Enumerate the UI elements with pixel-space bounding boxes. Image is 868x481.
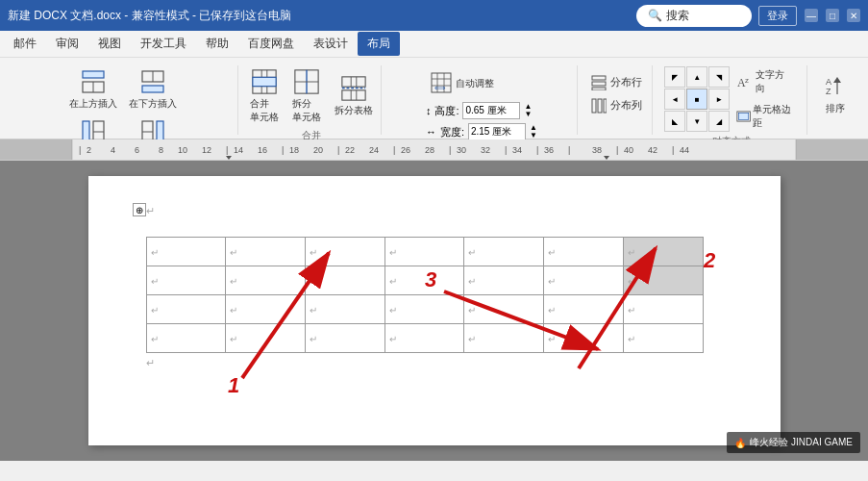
svg-text:2: 2	[703, 248, 716, 272]
table-cell[interactable]: ↵	[464, 324, 544, 353]
table-cell[interactable]: ↵	[146, 238, 226, 266]
document-title: 新建 DOCX 文档.docx - 兼容性模式 - 已保存到这台电脑	[8, 8, 636, 24]
cell-margin-icon	[736, 108, 751, 125]
table-cell[interactable]: ↵	[464, 295, 544, 324]
svg-rect-37	[592, 99, 596, 113]
align-middle-right[interactable]: ►	[708, 89, 730, 110]
split-table-button[interactable]: 拆分表格	[330, 72, 378, 120]
search-box[interactable]: 🔍 搜索	[636, 5, 752, 27]
menu-baidu[interactable]: 百度网盘	[238, 32, 304, 56]
svg-text:|: |	[449, 145, 451, 155]
text-direction-button[interactable]: A z 文字方向	[732, 65, 799, 98]
align-top-right[interactable]: ◥	[708, 66, 730, 88]
menu-layout[interactable]: 布局	[358, 32, 400, 56]
distribute-row-button[interactable]: 分布行	[587, 73, 646, 92]
auto-adjust-button[interactable]: ⟺ 自动调整	[426, 69, 499, 98]
svg-rect-43	[739, 114, 749, 120]
height-icon: ↕	[426, 105, 432, 116]
merge-cells-button[interactable]: 合并单元格	[245, 65, 284, 127]
table-cell[interactable]: ↵	[464, 238, 544, 266]
svg-text:6: 6	[135, 145, 139, 155]
svg-rect-35	[592, 82, 606, 86]
table-cell[interactable]: ↵	[226, 295, 306, 324]
table-move-handle[interactable]: ⊕	[133, 203, 146, 216]
cell-margin-button[interactable]: 单元格边距	[732, 100, 799, 133]
table-cell[interactable]: ↵	[384, 324, 464, 353]
minimize-button[interactable]: —	[805, 9, 818, 22]
table-cell[interactable]: ↵	[226, 324, 306, 353]
table-cell[interactable]: ↵	[305, 266, 384, 295]
svg-rect-21	[342, 77, 365, 87]
width-input[interactable]	[468, 123, 526, 140]
document-container: ↵ ⊕ ↵ ↵ ↵ ↵ ↵ ↵ ↵ ↵ ↵ ↵ ↵ ↵ ↵ ↵	[0, 161, 868, 461]
table-cell[interactable]: ↵	[544, 295, 624, 324]
menu-help[interactable]: 帮助	[196, 32, 238, 56]
table-cell[interactable]: ↵	[146, 324, 226, 353]
align-bottom-right[interactable]: ◢	[708, 111, 730, 132]
menu-dev[interactable]: 开发工具	[131, 32, 196, 56]
menu-view[interactable]: 视图	[88, 32, 131, 56]
align-bottom-center[interactable]: ▼	[686, 111, 707, 132]
height-label: 高度:	[434, 104, 459, 118]
table-cell[interactable]: ↵	[146, 266, 226, 295]
insert-below-button[interactable]: 在下方插入	[124, 65, 182, 114]
menu-mail[interactable]: 邮件	[4, 32, 46, 56]
table-cell[interactable]: ↵	[146, 295, 226, 324]
sort-icon: A Z	[822, 73, 849, 100]
ribbon-group-distribute: 分布行 分布列	[582, 65, 653, 135]
svg-text:18: 18	[289, 145, 299, 155]
alignment-grid: ◤ ▲ ◥ ◄ ■ ► ◣ ▼ ◢	[664, 66, 730, 132]
table-cell[interactable]: ↵	[384, 295, 464, 324]
split-cells-button[interactable]: 拆分单元格	[287, 65, 326, 127]
distribute-col-button[interactable]: 分布列	[587, 96, 646, 115]
table-cell[interactable]: ↵	[544, 266, 624, 295]
svg-rect-17	[253, 77, 276, 86]
svg-text:36: 36	[544, 145, 554, 155]
svg-text:30: 30	[457, 145, 466, 155]
title-bar: 新建 DOCX 文档.docx - 兼容性模式 - 已保存到这台电脑 🔍 搜索 …	[0, 0, 868, 31]
align-bottom-left[interactable]: ◣	[664, 111, 685, 132]
svg-rect-39	[604, 99, 607, 113]
height-spinner[interactable]: ▲ ▼	[524, 103, 532, 118]
table-cell-shaded[interactable]: ↵	[623, 238, 703, 266]
width-spinner[interactable]: ▲ ▼	[530, 124, 537, 139]
table-cell[interactable]: ↵	[305, 238, 384, 266]
table-cell[interactable]: ↵	[384, 266, 464, 295]
table-cell-shaded[interactable]: ↵	[623, 266, 703, 295]
sort-group-label	[834, 122, 837, 135]
align-middle-left[interactable]: ◄	[664, 89, 685, 110]
align-center[interactable]: ■	[686, 89, 707, 110]
distribute-col-label: 分布列	[610, 98, 642, 113]
table-cell[interactable]: ↵	[226, 266, 306, 295]
ruler-content: | 2 4 6 8 10 12 | 14 16 | 18 20 | 22 24 …	[0, 139, 868, 160]
table-cell[interactable]: ↵	[464, 266, 544, 295]
table-cell[interactable]: ↵	[384, 238, 464, 266]
align-top-center[interactable]: ▲	[686, 66, 707, 88]
table-cell[interactable]: ↵	[544, 238, 624, 266]
align-top-left[interactable]: ◤	[664, 66, 685, 88]
close-button[interactable]: ✕	[847, 9, 860, 22]
height-input[interactable]	[462, 102, 520, 119]
sort-button[interactable]: A Z 排序	[817, 70, 854, 118]
split-table-icon	[340, 75, 367, 102]
table-cell[interactable]: ↵	[623, 324, 703, 353]
insert-below-label: 在下方插入	[129, 97, 177, 111]
distribute-row-label: 分布行	[610, 75, 642, 89]
cell-margin-label: 单元格边距	[753, 103, 793, 130]
table-cell[interactable]: ↵	[623, 295, 703, 324]
table-cell[interactable]: ↵	[305, 295, 384, 324]
login-button[interactable]: 登录	[758, 6, 797, 26]
width-icon: ↔	[426, 126, 436, 138]
insert-above-button[interactable]: 在上方插入	[64, 65, 122, 114]
distribute-row-icon	[591, 75, 607, 90]
svg-text:12: 12	[202, 145, 211, 155]
menu-review[interactable]: 审阅	[46, 32, 88, 56]
menu-table-design[interactable]: 表设计	[304, 32, 358, 56]
maximize-button[interactable]: □	[826, 9, 839, 22]
merge-buttons: 合并单元格 拆分单元格	[245, 65, 378, 127]
svg-text:28: 28	[425, 145, 434, 155]
table-cell[interactable]: ↵	[226, 238, 306, 266]
table-cell[interactable]: ↵	[305, 324, 384, 353]
insert-above-label: 在上方插入	[69, 97, 117, 111]
table-cell[interactable]: ↵	[544, 324, 624, 353]
